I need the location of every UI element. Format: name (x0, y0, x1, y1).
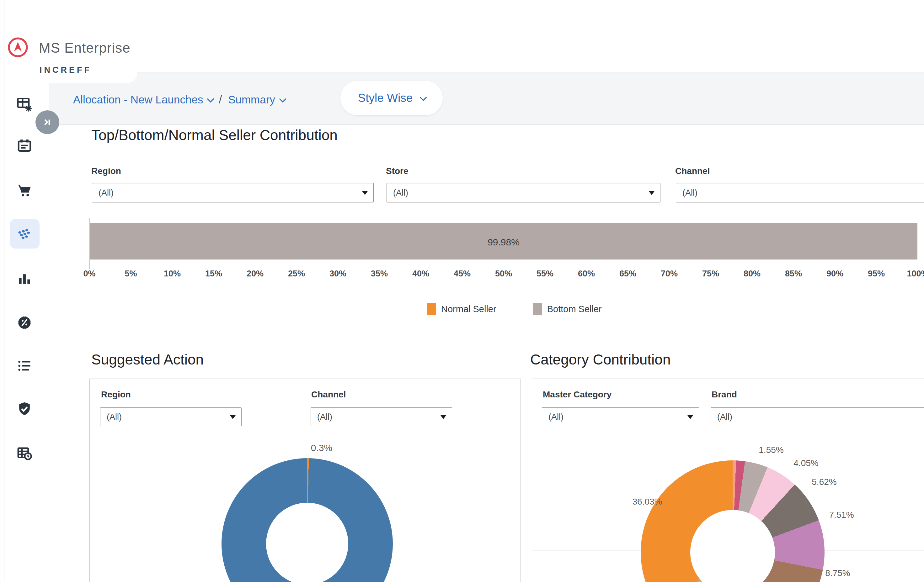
select-caret-icon (230, 415, 236, 419)
legend-label: Bottom Seller (547, 304, 602, 314)
axis-tick-label: 100% (907, 269, 924, 279)
view-selector-pill[interactable]: Style Wise (340, 81, 443, 115)
section-title-seller-contribution: Top/Bottom/Normal Seller Contribution (91, 127, 338, 143)
select-caret-icon (687, 415, 693, 419)
dashboard-root: MS Enterprise INCREFF Allocation - New L… (0, 0, 924, 582)
channel-select-2[interactable]: (All) (310, 408, 452, 426)
bar-chart-x-axis: 0%5%10%15%20%25%30%35%40%45%50%55%60%65%… (89, 269, 918, 281)
bar-data-label: 99.98% (472, 237, 535, 248)
axis-tick-label: 55% (536, 269, 553, 279)
select-caret-icon (649, 191, 655, 195)
sidebar-item-list[interactable] (16, 357, 33, 375)
breadcrumb-label: Summary (228, 94, 275, 106)
legend-item-bottom-seller: Bottom Seller (533, 303, 602, 315)
axis-tick-label: 75% (702, 269, 719, 279)
region-select[interactable]: (All) (92, 183, 374, 202)
breadcrumb-label: Allocation - New Launches (73, 94, 203, 106)
select-caret-icon (362, 191, 368, 195)
cart-icon (16, 181, 33, 199)
sidebar-item-reports[interactable] (16, 270, 33, 287)
axis-tick-label: 50% (495, 269, 512, 279)
filter-label-master-category: Master Category (543, 390, 612, 400)
pie-label-1.55: 1.55% (747, 445, 795, 455)
breadcrumb-item-summary[interactable]: Summary (228, 94, 285, 106)
filter-label-brand: Brand (711, 390, 737, 400)
sidebar-expand-button[interactable] (35, 110, 59, 134)
bar-chart-legend: Normal Seller Bottom Seller (427, 303, 602, 315)
sidebar-item-discounting[interactable] (16, 313, 33, 330)
breadcrumb-separator: / (219, 94, 222, 106)
master-category-select-value: (All) (548, 412, 564, 422)
pie-label-7.51: 7.51% (818, 510, 865, 520)
brand-select[interactable]: (All) (711, 408, 924, 426)
table-settings-icon (16, 95, 33, 113)
pie-label-0.3: 0.3% (298, 442, 345, 453)
region-select-value: (All) (99, 188, 114, 198)
company-wordmark: INCREFF (40, 65, 92, 75)
breadcrumb-item-allocation[interactable]: Allocation - New Launches (73, 94, 213, 106)
filter-label-region: Region (91, 166, 121, 176)
section-title-suggested-action: Suggested Action (91, 351, 204, 368)
channel-select[interactable]: (All) (676, 183, 924, 202)
sidebar-item-calendar[interactable] (16, 137, 33, 155)
axis-tick-label: 20% (247, 269, 264, 279)
section-title-category-contribution: Category Contribution (530, 351, 670, 368)
sidebar-item-table-settings[interactable] (16, 95, 33, 113)
bar-chart-icon (16, 270, 33, 287)
pie-label-36.03: 36.03% (624, 497, 671, 507)
sidebar (4, 0, 49, 582)
legend-swatch-bottom (533, 303, 542, 315)
list-icon (16, 357, 33, 375)
axis-tick-label: 5% (125, 269, 137, 279)
calendar-icon (16, 137, 33, 155)
axis-tick-label: 35% (371, 269, 388, 279)
select-caret-icon (441, 415, 446, 419)
axis-tick-label: 90% (827, 269, 843, 279)
region-select-2-value: (All) (107, 412, 122, 422)
pie-label-4.05: 4.05% (782, 458, 830, 468)
chevron-down-icon (420, 94, 427, 101)
axis-tick-label: 45% (454, 269, 470, 279)
axis-tick-label: 25% (288, 269, 305, 279)
axis-tick-label: 65% (619, 269, 636, 279)
chevron-down-icon (207, 95, 214, 103)
shield-check-icon (16, 400, 33, 418)
sidebar-item-validation[interactable] (16, 400, 33, 418)
axis-tick-label: 30% (330, 269, 346, 279)
filter-label-channel-2: Channel (311, 390, 346, 400)
store-select[interactable]: (All) (386, 183, 660, 202)
brand-select-value: (All) (717, 412, 732, 422)
filter-label-store: Store (386, 166, 409, 176)
sidebar-item-allocation[interactable] (16, 225, 33, 243)
axis-tick-label: 95% (868, 269, 885, 279)
axis-tick-label: 80% (744, 269, 761, 279)
app-title: MS Enterprise (39, 40, 130, 56)
scatter-dots-icon (16, 225, 33, 243)
store-select-value: (All) (393, 188, 408, 198)
channel-select-2-value: (All) (317, 412, 332, 422)
channel-select-value: (All) (682, 188, 698, 198)
filter-label-channel: Channel (675, 166, 710, 176)
table-clock-icon (16, 445, 33, 462)
axis-tick-label: 40% (412, 269, 429, 279)
donut-hole (266, 503, 348, 582)
discount-badge-icon (16, 313, 33, 330)
filter-label-region-2: Region (101, 390, 131, 400)
axis-tick-label: 60% (578, 269, 595, 279)
legend-label: Normal Seller (441, 304, 497, 314)
axis-tick-label: 0% (83, 269, 96, 279)
sidebar-item-cart[interactable] (16, 181, 33, 199)
axis-tick-label: 85% (785, 269, 802, 279)
region-select-2[interactable]: (All) (100, 408, 242, 426)
pie-label-8.75: 8.75% (814, 568, 861, 578)
axis-tick-label: 10% (164, 269, 181, 279)
legend-swatch-normal (427, 303, 436, 315)
master-category-select[interactable]: (All) (542, 408, 699, 426)
axis-tick-label: 70% (661, 269, 678, 279)
breadcrumb: Allocation - New Launches / Summary (73, 92, 285, 108)
expand-right-icon (41, 116, 54, 128)
view-selector-label: Style Wise (358, 92, 413, 105)
donut-hole (690, 510, 775, 582)
sidebar-item-table-history[interactable] (16, 445, 33, 462)
brand-logo-icon (8, 37, 28, 58)
